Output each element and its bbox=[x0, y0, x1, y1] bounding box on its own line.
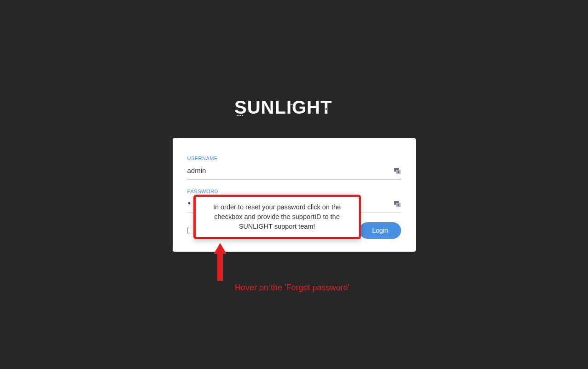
login-button[interactable]: Login bbox=[359, 222, 401, 239]
annotation-text: Hover on the 'Forgot password' bbox=[235, 283, 349, 293]
login-card: USERNAME 1 PASSWORD bbox=[173, 138, 416, 252]
svg-text:SUNLIGHT: SUNLIGHT bbox=[234, 99, 332, 117]
username-label: USERNAME bbox=[187, 156, 401, 161]
svg-text:1: 1 bbox=[397, 170, 399, 173]
username-input[interactable] bbox=[187, 165, 394, 176]
password-label: PASSWORD bbox=[187, 189, 401, 194]
tooltip-text: In order to reset your password click on… bbox=[213, 203, 341, 230]
username-field-group: USERNAME 1 bbox=[187, 156, 401, 179]
arrow-annotation-icon bbox=[214, 243, 227, 281]
svg-text:1: 1 bbox=[397, 203, 399, 207]
credential-manager-icon[interactable]: 1 bbox=[394, 200, 401, 208]
forgot-password-tooltip: In order to reset your password click on… bbox=[193, 195, 361, 239]
credential-manager-icon[interactable]: 1 bbox=[394, 167, 401, 174]
brand-logo: SUNLIGHT bbox=[234, 99, 354, 117]
